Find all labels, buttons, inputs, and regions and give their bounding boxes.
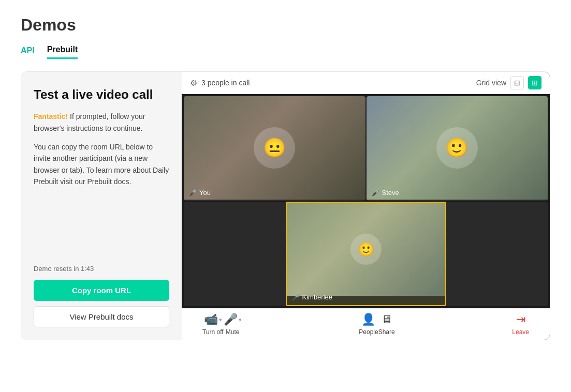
view-controls: Grid view ⊟ ⊞ [476,76,541,89]
grid-view-label: Grid view [476,79,506,87]
sidebar-footer: Demo resets in 1:43 Copy room URL View P… [34,265,169,327]
avatar-kimberlee: 🙂 [350,234,382,265]
video-header: ⚙ 3 people in call Grid view ⊟ ⊞ [182,72,550,94]
grid-filled-view-button[interactable]: ⊞ [528,76,541,89]
highlight-text: Fantastic! [34,112,68,120]
toolbar-camera-group: 📹 ▾ Turn off [202,313,224,336]
sidebar-title: Test a live video call [34,86,169,102]
tabs-nav: API Prebuilt [21,45,550,59]
participant-name-steve: Steve [382,189,399,197]
camera-chevron-icon: ▾ [219,316,222,323]
demo-container: Test a live video call Fantastic! If pro… [21,71,550,340]
sidebar: Test a live video call Fantastic! If pro… [21,72,182,340]
participant-label-kimberlee: 🎤 Kimberlee [292,293,333,301]
video-bg-steve: 🙂 [367,96,548,200]
participant-name-kimberlee: Kimberlee [302,293,333,301]
video-bg-kimberlee: 🙂 [287,203,445,296]
participant-label-steve: 🎤 Steve [372,189,399,197]
share-icon: 🖥 [381,313,392,326]
participant-label-you: 🎤 You [189,189,211,197]
share-icon-row: 🖥 [381,313,392,326]
people-button[interactable]: 👤 People [359,313,378,336]
mute-label: Mute [226,328,240,336]
camera-icon: 📹 [204,313,218,326]
copy-room-url-button[interactable]: Copy room URL [34,280,169,301]
video-cell-steve: 🙂 🎤 Steve [367,96,548,201]
turn-off-label: Turn off [202,328,224,336]
mic-icon-steve: 🎤 [372,189,379,197]
mic-icon-you: 🎤 [189,189,197,197]
avatar-steve: 🙂 [436,127,478,169]
mic-icon: 🎤 [224,313,238,326]
demo-reset-timer: Demo resets in 1:43 [34,265,169,273]
page-title: Demos [21,16,550,35]
turn-off-button[interactable]: 📹 ▾ Turn off [202,313,224,336]
view-prebuilt-docs-button[interactable]: View Prebuilt docs [34,306,169,327]
leave-label: Leave [512,328,529,336]
people-icon-row: 👤 [361,313,375,326]
people-label: People [359,328,378,336]
mute-button[interactable]: 🎤 ▾ Mute [224,313,242,336]
mute-chevron-icon: ▾ [239,316,242,323]
tab-api[interactable]: API [21,46,35,58]
leave-icon: ⇥ [516,313,525,326]
avatar-you: 😐 [254,127,295,169]
mute-icon-row: 🎤 ▾ [224,313,242,326]
people-icon: 👤 [361,313,375,326]
leave-button[interactable]: ⇥ Leave [512,313,529,336]
people-count: ⚙ 3 people in call [190,78,250,88]
share-button[interactable]: 🖥 Share [378,313,395,336]
grid-outline-view-button[interactable]: ⊟ [510,76,524,89]
video-panel: ⚙ 3 people in call Grid view ⊟ ⊞ 😐 🎤 You [182,72,550,340]
sidebar-desc1: Fantastic! If prompted, follow your brow… [34,111,169,134]
video-grid: 😐 🎤 You 🙂 🎤 Steve [182,94,550,308]
gear-icon[interactable]: ⚙ [190,78,197,88]
mic-icon-kimberlee: 🎤 [292,294,300,301]
video-inner-kimberlee: 🙂 🎤 Kimberlee [286,202,446,306]
video-toolbar: 📹 ▾ Turn off 🎤 ▾ Mute [182,308,550,340]
turn-off-icon-row: 📹 ▾ [204,313,222,326]
toolbar-mute-group: 🎤 ▾ Mute [224,313,242,336]
participant-name-you: You [199,189,211,197]
sidebar-desc2: You can copy the room URL below to invit… [34,141,169,188]
people-count-text: 3 people in call [201,79,250,87]
video-cell-kimberlee: 🙂 🎤 Kimberlee [184,202,548,306]
tab-prebuilt[interactable]: Prebuilt [47,45,78,59]
video-bg-you: 😐 [184,96,365,200]
share-label: Share [378,328,395,336]
video-cell-you: 😐 🎤 You [184,96,365,201]
sidebar-content: Test a live video call Fantastic! If pro… [34,86,169,195]
